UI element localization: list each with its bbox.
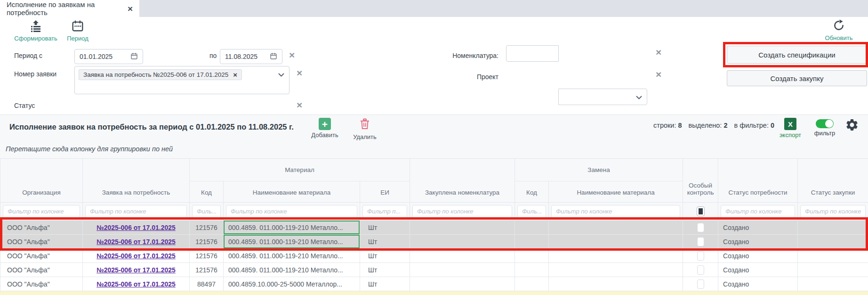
filter-input-replacement-code[interactable] <box>517 205 546 218</box>
cell-organization: ООО "Альфа" <box>0 277 83 291</box>
filter-input-purchased-nomenclature[interactable] <box>412 205 512 218</box>
period-to-label: по <box>209 52 217 59</box>
period-button[interactable]: Период <box>63 20 93 42</box>
column-header-request[interactable]: Заявка на потребность <box>83 159 190 203</box>
column-header-purchase-status[interactable]: Статус закупки <box>798 159 868 203</box>
table-row[interactable]: ООО "Альфа" №2025-006 от 17.01.2025 1215… <box>0 249 868 263</box>
cell-replacement-code <box>515 277 549 291</box>
cell-replacement-code <box>515 235 549 249</box>
filter-input-material-name[interactable] <box>226 205 357 218</box>
clear-period-icon[interactable]: × <box>289 50 295 60</box>
special-control-checkbox[interactable] <box>697 251 704 261</box>
special-control-checkbox[interactable] <box>697 279 704 289</box>
cell-purchased-nomenclature <box>410 235 515 249</box>
request-token-text: Заявка на потребность №2025-006 от 17.01… <box>83 71 228 78</box>
remove-token-icon[interactable]: × <box>233 71 237 78</box>
cell-purchase-status <box>798 249 868 263</box>
cell-unit: Шт <box>360 277 410 291</box>
cell-code: 121576 <box>190 221 224 235</box>
column-header-unit[interactable]: ЕИ <box>360 181 410 203</box>
grid-title: Исполнение заявок на потребность за пери… <box>9 123 311 131</box>
period-from-label: Период с <box>14 52 42 59</box>
filter-input-request[interactable] <box>85 205 187 218</box>
column-header-code[interactable]: Код <box>190 181 224 203</box>
table-row[interactable]: ООО "Альфа" №2025-006 от 17.01.2025 1215… <box>0 221 868 235</box>
delete-button[interactable]: Удалить <box>350 118 380 140</box>
settings-button[interactable] <box>845 118 859 134</box>
cell-need-status: Создано <box>718 249 798 263</box>
cell-purchase-status <box>798 235 868 249</box>
period-to-field[interactable] <box>220 49 282 64</box>
period-from-input[interactable] <box>80 53 123 60</box>
close-icon[interactable]: × <box>128 4 133 13</box>
toggle-on-icon[interactable] <box>816 119 834 128</box>
cell-material-name: 000.4859.10.000-25-5000 Металлор... <box>224 277 360 291</box>
column-header-replacement-code[interactable]: Код <box>515 181 549 203</box>
nomenclature-label: Номенклатура: <box>414 52 498 59</box>
special-control-filter-checkbox[interactable] <box>697 206 705 216</box>
period-from-field[interactable] <box>74 49 143 64</box>
cell-organization: ООО "Альфа" <box>0 249 83 263</box>
calendar-icon[interactable] <box>270 52 277 61</box>
column-header-material-name[interactable]: Наименование материала <box>224 181 360 203</box>
group-by-hint: Перетащите сюда колонку для группировки … <box>6 145 173 153</box>
filter-input-unit[interactable] <box>362 205 407 218</box>
request-link[interactable]: №2025-006 от 17.01.2025 <box>96 252 176 260</box>
calendar-icon[interactable] <box>130 52 138 61</box>
in-filter-count-value: 0 <box>771 122 774 129</box>
export-button[interactable]: X экспорт <box>777 118 804 139</box>
request-link[interactable]: №2025-006 от 17.01.2025 <box>96 238 176 246</box>
filter-input-need-status[interactable] <box>721 205 795 218</box>
column-header-purchased-nomenclature[interactable]: Закуплена номенклатура <box>410 159 515 203</box>
request-number-multiselect[interactable]: Заявка на потребность №2025-006 от 17.01… <box>74 66 289 94</box>
column-header-replacement-material-name[interactable]: Наименование материала <box>549 181 683 203</box>
cell-unit: Шт <box>360 263 410 277</box>
cell-replacement-code <box>515 263 549 277</box>
generate-button[interactable]: Сформировать <box>12 20 59 42</box>
create-purchase-button[interactable]: Создать закупку <box>727 70 867 86</box>
cell-purchased-nomenclature <box>410 221 515 235</box>
request-link[interactable]: №2025-006 от 17.01.2025 <box>96 224 176 231</box>
refresh-button[interactable]: Обновить <box>821 19 857 41</box>
filter-input-purchase-status[interactable] <box>800 205 866 218</box>
filter-toggle[interactable]: фильтр <box>812 119 837 137</box>
tab-title: Исполнение по заявкам на потребность <box>7 0 122 16</box>
nomenclature-select[interactable] <box>558 89 647 105</box>
clear-request-icon[interactable]: × <box>297 68 302 78</box>
period-button-label: Период <box>67 35 88 42</box>
column-header-special-control[interactable]: Особый контроль <box>683 159 718 203</box>
table-row[interactable]: ООО "Альфа" №2025-006 от 17.01.2025 1215… <box>0 263 868 277</box>
special-control-checkbox[interactable] <box>697 237 704 246</box>
nomenclature-code-input[interactable] <box>506 45 559 62</box>
table-row[interactable]: ООО "Альфа" №2025-006 от 17.01.2025 8849… <box>0 277 868 291</box>
cell-replacement-material-name <box>549 235 683 249</box>
special-control-checkbox[interactable] <box>697 223 704 232</box>
cell-purchase-status <box>798 221 868 235</box>
generate-report-icon <box>30 20 42 34</box>
period-to-input[interactable] <box>225 53 268 60</box>
clear-project-icon[interactable]: × <box>656 69 661 79</box>
generate-button-label: Сформировать <box>14 35 57 42</box>
chevron-down-icon[interactable] <box>278 70 284 79</box>
table-row[interactable]: ООО "Альфа" №2025-006 от 17.01.2025 1215… <box>0 235 868 249</box>
add-button[interactable]: + Добавить <box>308 118 341 139</box>
cell-replacement-material-name <box>549 277 683 291</box>
request-link[interactable]: №2025-006 от 17.01.2025 <box>96 266 176 274</box>
column-header-need-status[interactable]: Статус потребности <box>718 159 798 203</box>
filter-input-organization[interactable] <box>3 205 80 218</box>
filter-input-code[interactable] <box>192 205 221 218</box>
cell-unit: Шт <box>360 235 410 249</box>
cell-purchased-nomenclature <box>410 263 515 277</box>
grid-counters: строки: 8 выделено: 2 в фильтре: 0 <box>653 122 774 129</box>
partial-next-row[interactable] <box>0 291 868 295</box>
rows-count-label: строки: <box>653 122 676 129</box>
chevron-down-icon[interactable] <box>636 93 642 101</box>
special-control-checkbox[interactable] <box>697 265 704 275</box>
clear-status-icon[interactable]: × <box>297 100 302 110</box>
create-specifications-button[interactable]: Создать спецификации <box>727 46 867 64</box>
column-header-organization[interactable]: Организация <box>0 159 83 203</box>
tab-active[interactable]: Исполнение по заявкам на потребность × <box>0 0 139 17</box>
filter-input-replacement-material-name[interactable] <box>551 205 680 218</box>
request-link[interactable]: №2025-006 от 17.01.2025 <box>96 280 176 288</box>
clear-nomenclature-icon[interactable]: × <box>656 47 661 57</box>
